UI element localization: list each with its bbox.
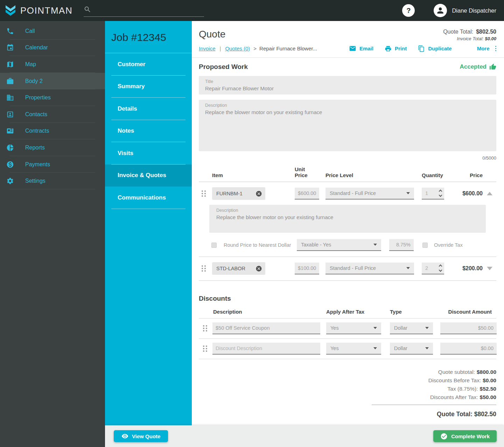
sidebar-item-settings[interactable]: Settings — [0, 173, 105, 189]
quantity-stepper[interactable]: 2 — [422, 263, 444, 274]
sidebar-item-body2[interactable]: Body 2 — [0, 73, 105, 90]
line-total: $200.00 — [462, 265, 483, 271]
sidebar-item-map[interactable]: Map — [0, 56, 105, 73]
unit-price-input[interactable] — [295, 263, 319, 274]
taxable-select[interactable]: Taxable - Yes — [297, 239, 381, 251]
sidebar-item-label: Properties — [25, 95, 51, 101]
sidebar-item-label: Contacts — [25, 111, 47, 118]
item-chip[interactable]: FURNBM-1 — [212, 187, 265, 200]
breadcrumb-quotes-link[interactable]: Quotes (0) — [225, 46, 250, 51]
job-nav-invoice-quotes[interactable]: Invoice & Quotes — [105, 165, 192, 187]
avatar[interactable] — [434, 4, 447, 17]
job-nav-details[interactable]: Details — [105, 98, 192, 120]
sidebar-item-label: Contracts — [25, 128, 49, 134]
chevron-down-icon — [406, 267, 410, 269]
job-nav-customer[interactable]: Customer — [105, 53, 192, 76]
job-title: Job #12345 — [111, 32, 192, 43]
global-search[interactable] — [84, 3, 204, 17]
drag-handle-icon[interactable] — [203, 345, 208, 352]
status-badge: Accepted — [460, 63, 496, 70]
spinner-icon[interactable] — [439, 265, 442, 271]
print-button[interactable]: Print — [385, 45, 407, 52]
pie-chart-icon — [6, 144, 14, 152]
discount-row: Yes Dollar — [199, 319, 496, 339]
chevron-down-icon — [373, 347, 377, 349]
complete-work-button[interactable]: Complete Work — [433, 430, 497, 442]
grand-total-line: Quote Total: $802.50 — [199, 411, 496, 418]
job-nav-communications[interactable]: Communications — [105, 187, 192, 209]
drag-handle-icon[interactable] — [202, 265, 206, 272]
discount-amount-input[interactable] — [440, 322, 497, 334]
title-field[interactable]: Title Repair Furnace Blower Motor — [199, 76, 496, 95]
breadcrumb-chevron: > — [253, 46, 257, 51]
line-total: $600.00 — [462, 190, 483, 196]
item-description-field[interactable]: Description Replace the blower motor on … — [209, 205, 486, 233]
remove-item-icon[interactable] — [255, 265, 262, 272]
item-chip[interactable]: STD-LABOR — [212, 262, 265, 275]
sidebar-item-payments[interactable]: Payments — [0, 156, 105, 173]
sidebar-item-call[interactable]: Call — [0, 23, 105, 40]
help-button[interactable]: ? — [402, 4, 415, 17]
breadcrumb-invoice-link[interactable]: Invoice — [199, 46, 216, 51]
job-nav-visits[interactable]: Visits — [105, 142, 192, 165]
item-code: STD-LABOR — [216, 266, 245, 271]
override-tax-checkbox[interactable] — [422, 243, 428, 248]
top-bar: POINTMAN ? Diane Dispatcher — [0, 0, 504, 21]
tax-rate-input[interactable] — [389, 239, 414, 251]
apply-after-tax-select[interactable]: Yes — [326, 343, 381, 355]
footer-bar: View Quote Complete Work — [105, 425, 504, 447]
sidebar-item-reports[interactable]: Reports — [0, 139, 105, 156]
col-apply-after-tax: Apply After Tax — [326, 309, 381, 315]
apply-after-tax-select[interactable]: Yes — [326, 322, 381, 334]
user-name[interactable]: Diane Dispatcher — [452, 7, 496, 14]
discount-description-input[interactable] — [212, 322, 320, 334]
sidebar-item-properties[interactable]: Properties — [0, 89, 105, 106]
building-icon — [6, 94, 14, 102]
job-nav-notes[interactable]: Notes — [105, 120, 192, 142]
sidebar-item-contacts[interactable]: Contacts — [0, 106, 105, 123]
collapse-row-icon[interactable] — [487, 192, 492, 195]
search-input[interactable] — [94, 6, 204, 12]
price-level-select[interactable]: Standard - Full Price — [326, 188, 414, 200]
unit-price-input[interactable] — [295, 188, 319, 200]
totals-summary: Quote subtotal:$800.00 Discounts Before … — [199, 369, 496, 418]
email-button[interactable]: Email — [349, 45, 373, 52]
dollar-circle-icon — [6, 161, 14, 168]
title-field-value: Repair Furnace Blower Motor — [205, 85, 490, 91]
round-price-checkbox[interactable] — [211, 243, 217, 248]
tax-options-row: Round Price to Nearest Dollar Taxable - … — [199, 239, 496, 251]
discount-description-input[interactable] — [212, 343, 320, 355]
discount-amount-input[interactable] — [440, 343, 497, 355]
printer-icon — [385, 45, 392, 52]
discount-row: Yes Dollar — [199, 339, 496, 359]
discount-type-select[interactable]: Dollar — [390, 343, 433, 355]
contract-icon — [6, 127, 14, 135]
check-circle-icon — [440, 433, 448, 440]
expand-row-icon[interactable] — [487, 267, 492, 270]
discount-type-select[interactable]: Dollar — [390, 322, 433, 334]
brand-name: POINTMAN — [20, 5, 72, 16]
briefcase-icon — [6, 77, 14, 85]
sidebar-item-label: Call — [25, 28, 35, 34]
contact-card-icon — [6, 111, 14, 118]
phone-icon — [6, 27, 14, 35]
duplicate-icon — [418, 45, 425, 52]
more-button[interactable]: More — [477, 46, 496, 51]
remove-item-icon[interactable] — [255, 190, 262, 197]
col-quantity: Quantity — [422, 172, 444, 178]
sidebar-item-contracts[interactable]: Contracts — [0, 123, 105, 140]
description-field[interactable]: Description Replace the blower motor on … — [199, 100, 496, 151]
quantity-stepper[interactable]: 1 — [422, 188, 444, 200]
spinner-icon[interactable] — [439, 190, 442, 196]
job-nav-summary[interactable]: Summary — [105, 76, 192, 98]
duplicate-button[interactable]: Duplicate — [418, 45, 452, 52]
invoice-total-value: $0.00 — [485, 36, 496, 41]
override-tax-label: Override Tax — [434, 242, 463, 248]
job-sidebar: Job #12345 Customer Summary Details Note… — [105, 21, 192, 425]
sidebar-item-calendar[interactable]: Calendar — [0, 40, 105, 56]
drag-handle-icon[interactable] — [202, 190, 206, 197]
view-quote-button[interactable]: View Quote — [114, 430, 168, 442]
sidebar-item-label: Body 2 — [25, 78, 43, 84]
drag-handle-icon[interactable] — [203, 325, 208, 331]
price-level-select[interactable]: Standard - Full Price — [326, 263, 414, 274]
